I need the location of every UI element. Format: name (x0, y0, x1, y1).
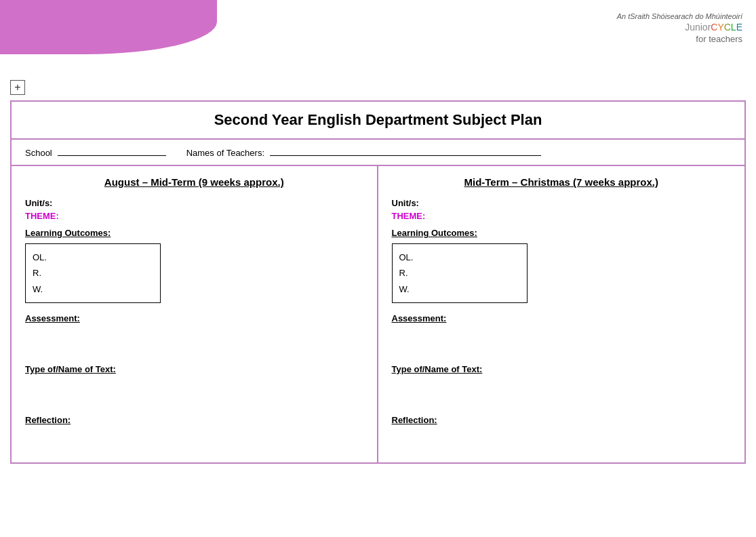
logo-cycle: CYCLE (711, 22, 742, 33)
assessment-label-right: Assessment: (392, 313, 732, 323)
outcomes-box-right: OL. R. W. (392, 243, 528, 303)
outcome-r-right: R. (399, 265, 520, 281)
unit-label-left: Unit/s: (25, 198, 363, 208)
school-input-line[interactable] (58, 146, 166, 156)
header-blob (0, 0, 217, 54)
names-label: Names of Teachers: (186, 148, 264, 158)
add-button[interactable]: + (10, 80, 25, 95)
outcome-ol-right: OL. (399, 250, 520, 265)
assessment-label-left: Assessment: (25, 313, 363, 323)
theme-label-right: THEME: (392, 211, 732, 221)
reflection-label-right: Reflection: (392, 415, 732, 425)
type-text-label-right: Type of/Name of Text: (392, 364, 732, 374)
type-text-label-left: Type of/Name of Text: (25, 364, 363, 374)
col-right: Mid-Term – Christmas (7 weeks approx.) U… (378, 166, 745, 462)
names-field: Names of Teachers: (186, 146, 541, 158)
add-button-area: + (0, 75, 756, 100)
unit-label-right: Unit/s: (392, 198, 732, 208)
outcomes-box-left: OL. R. W. (25, 243, 161, 303)
document-title: Second Year English Department Subject P… (12, 102, 744, 140)
header: An tSraith Shóisearach do Mhúinteoirí Ju… (0, 0, 756, 75)
content-grid: August – Mid-Term (9 weeks approx.) Unit… (12, 166, 744, 462)
school-label: School (25, 148, 52, 158)
theme-label-left: THEME: (25, 211, 363, 221)
document: Second Year English Department Subject P… (10, 100, 746, 464)
logo: JuniorCYCLE (617, 22, 742, 33)
logo-tagline: An tSraith Shóisearach do Mhúinteoirí (617, 12, 742, 20)
logo-area: An tSraith Shóisearach do Mhúinteoirí Ju… (617, 12, 742, 44)
logo-junior: Junior (685, 22, 711, 33)
learning-outcomes-label-right: Learning Outcomes: (392, 228, 732, 238)
period-title-right: Mid-Term – Christmas (7 weeks approx.) (392, 176, 732, 188)
names-input-line[interactable] (270, 146, 541, 156)
learning-outcomes-label-left: Learning Outcomes: (25, 228, 363, 238)
logo-for-teachers: for teachers (617, 34, 742, 44)
outcome-w-right: W. (399, 281, 520, 297)
school-names-row: School Names of Teachers: (12, 140, 744, 166)
outcome-r-left: R. (33, 265, 153, 281)
outcome-w-left: W. (33, 281, 153, 297)
outcome-ol-left: OL. (33, 250, 153, 265)
col-left: August – Mid-Term (9 weeks approx.) Unit… (12, 166, 378, 462)
period-title-left: August – Mid-Term (9 weeks approx.) (25, 176, 363, 188)
reflection-label-left: Reflection: (25, 415, 363, 425)
school-field: School (25, 146, 166, 158)
